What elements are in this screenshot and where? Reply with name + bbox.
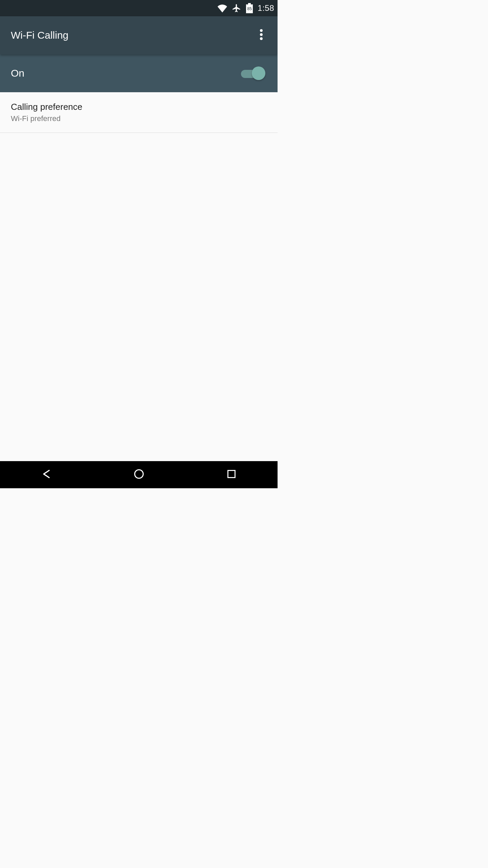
home-button[interactable] [129, 465, 149, 485]
home-icon [134, 469, 144, 480]
svg-point-1 [260, 33, 263, 36]
page-title: Wi-Fi Calling [11, 29, 253, 41]
status-clock: 1:58 [258, 3, 274, 13]
battery-level: 85 [246, 6, 253, 11]
navigation-bar [0, 461, 278, 488]
recents-icon [227, 469, 236, 480]
app-bar: Wi-Fi Calling [0, 16, 278, 54]
back-icon [41, 469, 52, 481]
setting-value: Wi-Fi preferred [11, 114, 267, 123]
battery-icon: 85 [246, 3, 253, 13]
toggle-thumb [252, 66, 265, 80]
status-bar: 85 1:58 [0, 0, 278, 16]
setting-title: Calling preference [11, 102, 267, 112]
airplane-mode-icon [232, 3, 241, 13]
svg-rect-4 [228, 471, 235, 478]
wifi-calling-master-toggle-row[interactable]: On [0, 54, 278, 92]
overflow-menu-button[interactable] [253, 27, 269, 43]
settings-list: Calling preference Wi-Fi preferred [0, 92, 278, 461]
wifi-calling-toggle[interactable] [241, 66, 265, 80]
calling-preference-item[interactable]: Calling preference Wi-Fi preferred [0, 92, 278, 133]
screen-root: 85 1:58 Wi-Fi Calling On Calling prefere… [0, 0, 278, 488]
svg-point-2 [260, 37, 263, 40]
more-vert-icon [260, 29, 263, 41]
svg-point-3 [135, 470, 143, 478]
svg-point-0 [260, 29, 263, 32]
wifi-icon [218, 3, 227, 13]
recents-button[interactable] [221, 465, 242, 485]
back-button[interactable] [36, 465, 57, 485]
wifi-calling-toggle-label: On [11, 67, 241, 79]
